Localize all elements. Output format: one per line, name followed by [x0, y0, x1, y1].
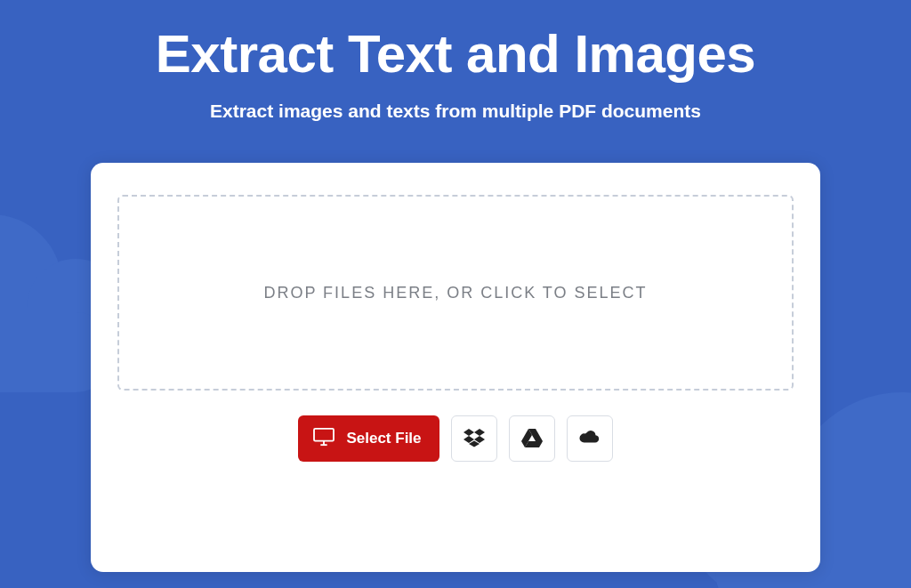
content-container: Extract Text and Images Extract images a… [0, 0, 911, 588]
upload-buttons-row: Select File [298, 415, 612, 462]
google-drive-button[interactable] [509, 415, 555, 462]
dropbox-icon [464, 428, 485, 450]
dropbox-button[interactable] [451, 415, 497, 462]
upload-panel: DROP FILES HERE, OR CLICK TO SELECT Sele… [91, 163, 820, 572]
svg-rect-0 [314, 428, 334, 440]
dropzone-text: DROP FILES HERE, OR CLICK TO SELECT [263, 284, 647, 302]
select-file-button[interactable]: Select File [298, 415, 439, 462]
select-file-label: Select File [346, 430, 421, 447]
page-title: Extract Text and Images [156, 23, 755, 85]
page-subtitle: Extract images and texts from multiple P… [210, 101, 701, 122]
google-drive-icon [521, 428, 543, 450]
page-root: Extract Text and Images Extract images a… [0, 0, 911, 588]
computer-icon [312, 427, 335, 451]
onedrive-button[interactable] [567, 415, 613, 462]
file-dropzone[interactable]: DROP FILES HERE, OR CLICK TO SELECT [117, 195, 794, 391]
onedrive-icon [579, 428, 601, 450]
